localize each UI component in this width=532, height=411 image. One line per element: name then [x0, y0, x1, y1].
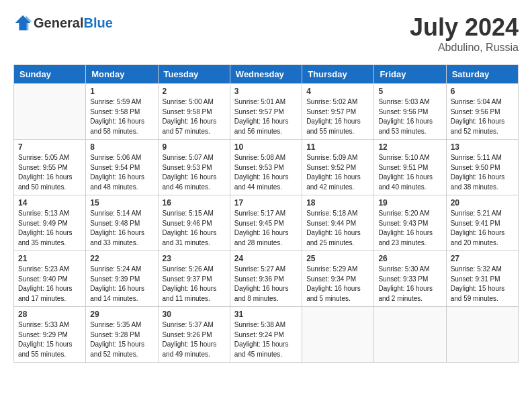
day-info: Sunrise: 5:32 AMSunset: 9:31 PMDaylight:… [451, 265, 514, 304]
column-header-wednesday: Wednesday [230, 65, 302, 84]
day-info: Sunrise: 5:21 AMSunset: 9:41 PMDaylight:… [451, 209, 514, 248]
calendar-week-4: 21Sunrise: 5:23 AMSunset: 9:40 PMDayligh… [14, 251, 519, 307]
calendar-cell: 9Sunrise: 5:07 AMSunset: 9:53 PMDaylight… [158, 140, 230, 195]
calendar-cell: 12Sunrise: 5:10 AMSunset: 9:51 PMDayligh… [374, 140, 446, 195]
calendar-cell: 4Sunrise: 5:02 AMSunset: 9:57 PMDaylight… [302, 84, 374, 140]
day-info: Sunrise: 5:20 AMSunset: 9:43 PMDaylight:… [378, 209, 441, 248]
day-number: 17 [234, 198, 298, 208]
calendar-cell: 6Sunrise: 5:04 AMSunset: 9:56 PMDaylight… [446, 84, 518, 140]
calendar-cell: 19Sunrise: 5:20 AMSunset: 9:43 PMDayligh… [374, 195, 446, 251]
day-info: Sunrise: 5:30 AMSunset: 9:33 PMDaylight:… [378, 265, 441, 304]
day-info: Sunrise: 5:29 AMSunset: 9:34 PMDaylight:… [306, 265, 369, 304]
day-number: 15 [90, 198, 153, 208]
calendar-cell: 29Sunrise: 5:35 AMSunset: 9:28 PMDayligh… [86, 307, 158, 363]
day-number: 7 [18, 142, 81, 152]
calendar-cell: 22Sunrise: 5:24 AMSunset: 9:39 PMDayligh… [86, 251, 158, 307]
calendar-cell: 2Sunrise: 5:00 AMSunset: 9:58 PMDaylight… [158, 84, 230, 140]
day-info: Sunrise: 5:17 AMSunset: 9:45 PMDaylight:… [234, 209, 298, 248]
day-number: 22 [90, 254, 153, 263]
day-info: Sunrise: 5:00 AMSunset: 9:58 PMDaylight:… [163, 97, 226, 136]
day-number: 4 [306, 87, 369, 96]
day-info: Sunrise: 5:09 AMSunset: 9:52 PMDaylight:… [306, 153, 369, 192]
calendar-location: Abdulino, Russia [410, 42, 519, 54]
calendar-cell: 10Sunrise: 5:08 AMSunset: 9:53 PMDayligh… [230, 140, 302, 195]
day-number: 6 [451, 87, 514, 96]
day-number: 3 [234, 87, 298, 96]
logo-general: General [34, 15, 83, 30]
page-header: GeneralBlue July 2024 Abdulino, Russia [13, 13, 519, 54]
calendar-cell: 11Sunrise: 5:09 AMSunset: 9:52 PMDayligh… [302, 140, 374, 195]
logo-icon [13, 13, 32, 32]
day-number: 25 [306, 254, 369, 263]
calendar-cell: 16Sunrise: 5:15 AMSunset: 9:46 PMDayligh… [158, 195, 230, 251]
calendar-cell [446, 307, 518, 363]
day-info: Sunrise: 5:04 AMSunset: 9:56 PMDaylight:… [451, 97, 514, 136]
day-number: 27 [451, 254, 514, 263]
day-info: Sunrise: 5:59 AMSunset: 9:58 PMDaylight:… [90, 97, 153, 136]
day-number: 24 [234, 254, 298, 263]
day-number: 29 [90, 310, 153, 319]
day-number: 14 [18, 198, 81, 208]
day-number: 13 [451, 142, 514, 152]
day-number: 21 [18, 254, 81, 263]
calendar-cell [302, 307, 374, 363]
day-number: 18 [306, 198, 369, 208]
calendar-week-1: 1Sunrise: 5:59 AMSunset: 9:58 PMDaylight… [14, 84, 519, 140]
day-number: 9 [163, 142, 226, 152]
day-info: Sunrise: 5:27 AMSunset: 9:36 PMDaylight:… [234, 265, 298, 304]
calendar-cell: 28Sunrise: 5:33 AMSunset: 9:29 PMDayligh… [14, 307, 86, 363]
calendar-cell: 25Sunrise: 5:29 AMSunset: 9:34 PMDayligh… [302, 251, 374, 307]
calendar-cell: 27Sunrise: 5:32 AMSunset: 9:31 PMDayligh… [446, 251, 518, 307]
logo-blue: Blue [83, 15, 112, 30]
calendar-cell: 5Sunrise: 5:03 AMSunset: 9:56 PMDaylight… [374, 84, 446, 140]
day-info: Sunrise: 5:05 AMSunset: 9:55 PMDaylight:… [18, 153, 81, 192]
day-info: Sunrise: 5:10 AMSunset: 9:51 PMDaylight:… [378, 153, 441, 192]
column-header-saturday: Saturday [446, 65, 518, 84]
calendar-cell: 17Sunrise: 5:17 AMSunset: 9:45 PMDayligh… [230, 195, 302, 251]
day-number: 12 [378, 142, 441, 152]
day-info: Sunrise: 5:24 AMSunset: 9:39 PMDaylight:… [90, 265, 153, 304]
calendar-cell: 31Sunrise: 5:38 AMSunset: 9:24 PMDayligh… [230, 307, 302, 363]
day-number: 19 [378, 198, 441, 208]
day-info: Sunrise: 5:15 AMSunset: 9:46 PMDaylight:… [163, 209, 226, 248]
day-info: Sunrise: 5:18 AMSunset: 9:44 PMDaylight:… [306, 209, 369, 248]
calendar-header-row: SundayMondayTuesdayWednesdayThursdayFrid… [14, 65, 519, 84]
calendar-cell: 15Sunrise: 5:14 AMSunset: 9:48 PMDayligh… [86, 195, 158, 251]
day-info: Sunrise: 5:02 AMSunset: 9:57 PMDaylight:… [306, 97, 369, 136]
day-info: Sunrise: 5:23 AMSunset: 9:40 PMDaylight:… [18, 265, 81, 304]
calendar-cell: 21Sunrise: 5:23 AMSunset: 9:40 PMDayligh… [14, 251, 86, 307]
day-info: Sunrise: 5:01 AMSunset: 9:57 PMDaylight:… [234, 97, 298, 136]
calendar-week-5: 28Sunrise: 5:33 AMSunset: 9:29 PMDayligh… [14, 307, 519, 363]
calendar-cell: 14Sunrise: 5:13 AMSunset: 9:49 PMDayligh… [14, 195, 86, 251]
day-info: Sunrise: 5:14 AMSunset: 9:48 PMDaylight:… [90, 209, 153, 248]
column-header-monday: Monday [86, 65, 158, 84]
calendar-week-2: 7Sunrise: 5:05 AMSunset: 9:55 PMDaylight… [14, 140, 519, 195]
column-header-tuesday: Tuesday [158, 65, 230, 84]
calendar-cell: 18Sunrise: 5:18 AMSunset: 9:44 PMDayligh… [302, 195, 374, 251]
calendar-cell [374, 307, 446, 363]
calendar-cell: 8Sunrise: 5:06 AMSunset: 9:54 PMDaylight… [86, 140, 158, 195]
day-number: 31 [234, 310, 298, 319]
day-number: 8 [90, 142, 153, 152]
column-header-thursday: Thursday [302, 65, 374, 84]
day-number: 16 [163, 198, 226, 208]
day-number: 2 [163, 87, 226, 96]
calendar-cell: 26Sunrise: 5:30 AMSunset: 9:33 PMDayligh… [374, 251, 446, 307]
calendar-table: SundayMondayTuesdayWednesdayThursdayFrid… [13, 64, 519, 363]
day-number: 23 [163, 254, 226, 263]
logo: GeneralBlue [13, 13, 113, 32]
day-info: Sunrise: 5:06 AMSunset: 9:54 PMDaylight:… [90, 153, 153, 192]
day-number: 20 [451, 198, 514, 208]
day-info: Sunrise: 5:11 AMSunset: 9:50 PMDaylight:… [451, 153, 514, 192]
calendar-cell: 1Sunrise: 5:59 AMSunset: 9:58 PMDaylight… [86, 84, 158, 140]
day-number: 11 [306, 142, 369, 152]
calendar-cell: 7Sunrise: 5:05 AMSunset: 9:55 PMDaylight… [14, 140, 86, 195]
calendar-cell: 23Sunrise: 5:26 AMSunset: 9:37 PMDayligh… [158, 251, 230, 307]
day-info: Sunrise: 5:35 AMSunset: 9:28 PMDaylight:… [90, 320, 153, 359]
calendar-cell [14, 84, 86, 140]
column-header-sunday: Sunday [14, 65, 86, 84]
day-number: 10 [234, 142, 298, 152]
day-number: 5 [378, 87, 441, 96]
day-info: Sunrise: 5:33 AMSunset: 9:29 PMDaylight:… [18, 320, 81, 359]
day-info: Sunrise: 5:26 AMSunset: 9:37 PMDaylight:… [163, 265, 226, 304]
